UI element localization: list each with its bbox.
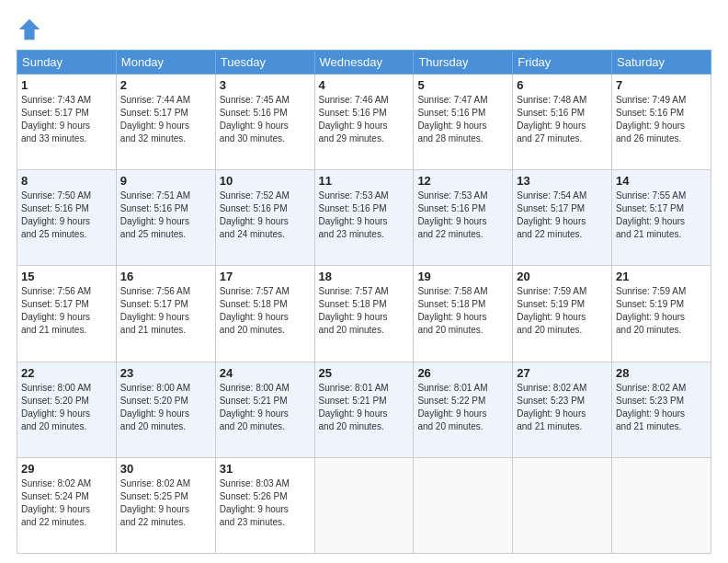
day-number: 25: [319, 366, 410, 380]
calendar-day: 23Sunrise: 8:00 AM Sunset: 5:20 PM Dayli…: [116, 362, 215, 457]
weekday-header: Monday: [116, 51, 215, 75]
day-number: 29: [21, 462, 112, 476]
day-number: 17: [220, 270, 311, 283]
day-info: Sunrise: 7:52 AM Sunset: 5:16 PM Dayligh…: [220, 190, 311, 241]
weekday-header: Thursday: [414, 51, 513, 75]
day-info: Sunrise: 8:01 AM Sunset: 5:22 PM Dayligh…: [417, 382, 508, 433]
day-number: 24: [220, 366, 311, 380]
day-number: 11: [319, 174, 410, 188]
calendar-day: 9Sunrise: 7:51 AM Sunset: 5:16 PM Daylig…: [116, 170, 215, 266]
day-number: 3: [220, 78, 311, 92]
day-info: Sunrise: 8:02 AM Sunset: 5:23 PM Dayligh…: [616, 382, 707, 433]
weekday-header: Friday: [513, 51, 612, 75]
day-number: 12: [417, 174, 508, 188]
day-number: 13: [517, 174, 608, 188]
calendar-day: 13Sunrise: 7:54 AM Sunset: 5:17 PM Dayli…: [513, 170, 612, 266]
day-number: 28: [616, 366, 707, 380]
calendar-day: 31Sunrise: 8:03 AM Sunset: 5:26 PM Dayli…: [215, 457, 314, 553]
calendar-day: 24Sunrise: 8:00 AM Sunset: 5:21 PM Dayli…: [215, 362, 314, 457]
day-info: Sunrise: 7:45 AM Sunset: 5:16 PM Dayligh…: [220, 94, 311, 145]
logo-icon: [17, 17, 42, 42]
day-info: Sunrise: 7:57 AM Sunset: 5:18 PM Dayligh…: [319, 285, 410, 337]
day-number: 9: [120, 174, 211, 188]
calendar-day: 19Sunrise: 7:58 AM Sunset: 5:18 PM Dayli…: [414, 266, 513, 362]
calendar-day: 21Sunrise: 7:59 AM Sunset: 5:19 PM Dayli…: [612, 266, 711, 362]
day-info: Sunrise: 7:54 AM Sunset: 5:17 PM Dayligh…: [517, 190, 608, 241]
day-info: Sunrise: 7:50 AM Sunset: 5:16 PM Dayligh…: [21, 190, 112, 241]
calendar-body: 1Sunrise: 7:43 AM Sunset: 5:17 PM Daylig…: [17, 75, 711, 554]
weekday-header: Saturday: [612, 51, 711, 75]
day-number: 31: [220, 462, 311, 476]
day-info: Sunrise: 7:59 AM Sunset: 5:19 PM Dayligh…: [517, 285, 608, 337]
calendar-day: 29Sunrise: 8:02 AM Sunset: 5:24 PM Dayli…: [17, 457, 117, 553]
day-number: 18: [319, 270, 410, 283]
calendar-week-row: 15Sunrise: 7:56 AM Sunset: 5:17 PM Dayli…: [17, 266, 711, 362]
day-info: Sunrise: 8:01 AM Sunset: 5:21 PM Dayligh…: [319, 382, 410, 433]
calendar-day: 6Sunrise: 7:48 AM Sunset: 5:16 PM Daylig…: [513, 75, 612, 170]
weekday-header: Sunday: [17, 51, 117, 75]
day-number: 27: [517, 366, 608, 380]
calendar-day: 3Sunrise: 7:45 AM Sunset: 5:16 PM Daylig…: [215, 75, 314, 170]
day-number: 7: [616, 78, 707, 92]
day-info: Sunrise: 7:44 AM Sunset: 5:17 PM Dayligh…: [120, 94, 211, 145]
calendar-day: 22Sunrise: 8:00 AM Sunset: 5:20 PM Dayli…: [17, 362, 117, 457]
calendar-day: [612, 457, 711, 553]
day-info: Sunrise: 7:53 AM Sunset: 5:16 PM Dayligh…: [417, 190, 508, 241]
day-number: 2: [120, 78, 211, 92]
day-number: 22: [21, 366, 112, 380]
day-number: 19: [417, 270, 508, 283]
page: SundayMondayTuesdayWednesdayThursdayFrid…: [0, 0, 728, 563]
calendar-day: 5Sunrise: 7:47 AM Sunset: 5:16 PM Daylig…: [414, 75, 513, 170]
day-number: 14: [616, 174, 707, 188]
day-number: 10: [220, 174, 311, 188]
day-number: 23: [120, 366, 211, 380]
calendar-day: 18Sunrise: 7:57 AM Sunset: 5:18 PM Dayli…: [314, 266, 414, 362]
day-number: 26: [417, 366, 508, 380]
day-info: Sunrise: 8:02 AM Sunset: 5:25 PM Dayligh…: [120, 477, 211, 529]
day-number: 16: [120, 270, 211, 283]
calendar-day: 30Sunrise: 8:02 AM Sunset: 5:25 PM Dayli…: [116, 457, 215, 553]
calendar-day: 25Sunrise: 8:01 AM Sunset: 5:21 PM Dayli…: [314, 362, 414, 457]
calendar-day: 20Sunrise: 7:59 AM Sunset: 5:19 PM Dayli…: [513, 266, 612, 362]
calendar-day: 1Sunrise: 7:43 AM Sunset: 5:17 PM Daylig…: [17, 75, 117, 170]
calendar-header-row: SundayMondayTuesdayWednesdayThursdayFrid…: [17, 51, 711, 75]
day-info: Sunrise: 8:02 AM Sunset: 5:23 PM Dayligh…: [517, 382, 608, 433]
calendar-day: 2Sunrise: 7:44 AM Sunset: 5:17 PM Daylig…: [116, 75, 215, 170]
calendar-week-row: 22Sunrise: 8:00 AM Sunset: 5:20 PM Dayli…: [17, 362, 711, 457]
calendar-day: 17Sunrise: 7:57 AM Sunset: 5:18 PM Dayli…: [215, 266, 314, 362]
day-info: Sunrise: 7:49 AM Sunset: 5:16 PM Dayligh…: [616, 94, 707, 145]
calendar-day: 15Sunrise: 7:56 AM Sunset: 5:17 PM Dayli…: [17, 266, 117, 362]
header: [17, 17, 711, 42]
day-info: Sunrise: 7:56 AM Sunset: 5:17 PM Dayligh…: [21, 285, 112, 337]
calendar-week-row: 29Sunrise: 8:02 AM Sunset: 5:24 PM Dayli…: [17, 457, 711, 553]
day-number: 8: [21, 174, 112, 188]
day-info: Sunrise: 7:57 AM Sunset: 5:18 PM Dayligh…: [220, 285, 311, 337]
weekday-header: Tuesday: [215, 51, 314, 75]
calendar-week-row: 8Sunrise: 7:50 AM Sunset: 5:16 PM Daylig…: [17, 170, 711, 266]
day-info: Sunrise: 8:00 AM Sunset: 5:20 PM Dayligh…: [21, 382, 112, 433]
calendar-day: 14Sunrise: 7:55 AM Sunset: 5:17 PM Dayli…: [612, 170, 711, 266]
day-info: Sunrise: 8:00 AM Sunset: 5:20 PM Dayligh…: [120, 382, 211, 433]
day-number: 30: [120, 462, 211, 476]
calendar-table: SundayMondayTuesdayWednesdayThursdayFrid…: [17, 50, 711, 554]
calendar-day: 26Sunrise: 8:01 AM Sunset: 5:22 PM Dayli…: [414, 362, 513, 457]
day-info: Sunrise: 8:00 AM Sunset: 5:21 PM Dayligh…: [220, 382, 311, 433]
calendar-day: 4Sunrise: 7:46 AM Sunset: 5:16 PM Daylig…: [314, 75, 414, 170]
day-number: 21: [616, 270, 707, 283]
day-info: Sunrise: 7:59 AM Sunset: 5:19 PM Dayligh…: [616, 285, 707, 337]
calendar-day: [414, 457, 513, 553]
logo: [17, 17, 46, 42]
day-number: 4: [319, 78, 410, 92]
day-info: Sunrise: 8:02 AM Sunset: 5:24 PM Dayligh…: [21, 477, 112, 529]
day-number: 20: [517, 270, 608, 283]
calendar-day: [513, 457, 612, 553]
calendar-day: 8Sunrise: 7:50 AM Sunset: 5:16 PM Daylig…: [17, 170, 117, 266]
day-info: Sunrise: 7:43 AM Sunset: 5:17 PM Dayligh…: [21, 94, 112, 145]
calendar-day: 11Sunrise: 7:53 AM Sunset: 5:16 PM Dayli…: [314, 170, 414, 266]
day-number: 1: [21, 78, 112, 92]
day-info: Sunrise: 7:53 AM Sunset: 5:16 PM Dayligh…: [319, 190, 410, 241]
day-info: Sunrise: 7:58 AM Sunset: 5:18 PM Dayligh…: [417, 285, 508, 337]
svg-marker-0: [19, 19, 40, 40]
day-number: 6: [517, 78, 608, 92]
day-info: Sunrise: 7:56 AM Sunset: 5:17 PM Dayligh…: [120, 285, 211, 337]
